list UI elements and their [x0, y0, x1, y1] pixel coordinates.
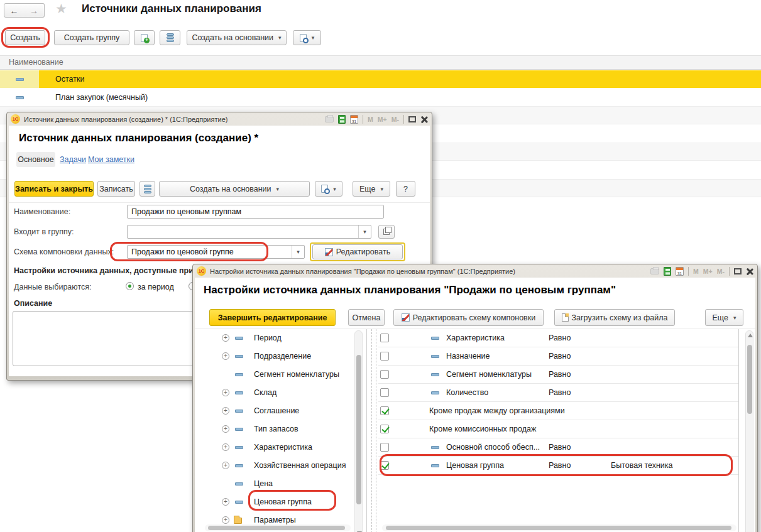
table-row[interactable]: План закупок (месячный)	[0, 89, 761, 107]
checkbox-checked[interactable]	[380, 425, 389, 433]
close-icon[interactable]	[746, 268, 753, 275]
filter-row[interactable]: Кроме продаж между организациями	[378, 402, 738, 420]
calendar-icon[interactable]: 31	[350, 115, 358, 124]
filter-row[interactable]: КоличествоРавно	[378, 384, 738, 402]
filters-vertical-scrollbar[interactable]	[745, 330, 753, 532]
schema-field[interactable]: Продажи по ценовой группе ▾	[127, 245, 305, 259]
filter-row[interactable]: Сегмент номенклатурыРавно	[378, 366, 738, 384]
tree-item[interactable]: +Подразделение	[200, 347, 366, 366]
checkbox-unchecked[interactable]	[380, 334, 389, 342]
memory-m-button[interactable]: M	[693, 268, 699, 275]
memory-m-plus-button[interactable]: M+	[378, 116, 387, 123]
reports-dropdown-button[interactable]: ▾	[315, 181, 342, 197]
filter-label: Основной способ обесп...	[446, 443, 540, 452]
calculator-icon[interactable]	[338, 115, 346, 124]
edit-wand-icon	[402, 313, 410, 322]
expand-icon[interactable]: +	[222, 443, 229, 451]
tree-horizontal-scrollbar[interactable]	[205, 524, 351, 531]
tree-vertical-scrollbar[interactable]	[354, 330, 363, 532]
add-from-file-button[interactable]: +	[134, 30, 155, 45]
filter-row[interactable]: Ценовая группаРавноБытовая техника	[378, 457, 738, 475]
more-button[interactable]: Еще▾	[353, 181, 390, 197]
tree-item[interactable]: +Склад	[200, 384, 366, 402]
filter-row[interactable]: НазначениеРавно	[378, 347, 738, 366]
checkbox-unchecked[interactable]	[380, 370, 389, 379]
tree-item[interactable]: Сегмент номенклатуры	[200, 366, 366, 384]
pane-splitter[interactable]	[371, 329, 376, 532]
maximize-icon[interactable]	[734, 268, 742, 274]
table-row[interactable]: Остатки	[0, 70, 761, 89]
nav-forward-button[interactable]: →	[24, 3, 45, 18]
create-button[interactable]: Создать	[5, 30, 45, 45]
filter-row[interactable]: ХарактеристикаРавно	[378, 329, 738, 347]
expand-icon[interactable]: +	[222, 352, 229, 360]
save-button[interactable]: Записать	[97, 181, 135, 197]
create-based-on-button[interactable]: Создать на основании▾	[159, 181, 310, 197]
finish-editing-button[interactable]: Завершить редактирование	[209, 309, 336, 326]
filter-value: Бытовая техника	[611, 461, 673, 470]
checkbox-checked[interactable]	[380, 406, 389, 415]
print-icon[interactable]	[650, 268, 659, 274]
group-field[interactable]: ▾	[127, 225, 371, 239]
print-icon[interactable]	[325, 116, 334, 122]
tab-my-notes[interactable]: Мои заметки	[88, 152, 134, 167]
tree-item[interactable]: +Период	[200, 329, 366, 347]
tree-item-label: Подразделение	[254, 352, 311, 361]
more-button[interactable]: Еще▾	[705, 309, 743, 326]
tree-item[interactable]: +Характеристика	[200, 438, 366, 457]
filter-row[interactable]: Кроме комиссионных продаж	[378, 420, 738, 438]
load-schema-from-file-button[interactable]: Загрузить схему из файла	[554, 309, 675, 326]
expand-icon[interactable]: +	[222, 389, 229, 396]
dropdown-arrow-icon: ▾	[733, 315, 736, 321]
maximize-icon[interactable]	[408, 116, 416, 122]
expand-icon[interactable]: +	[222, 334, 229, 342]
create-based-on-button[interactable]: Создать на основании▾	[187, 30, 287, 45]
calendar-icon[interactable]: 31	[676, 267, 684, 276]
tree-item-label: Ценовая группа	[254, 497, 312, 506]
table-header[interactable]: Наименование	[0, 55, 761, 70]
dialog1-titlebar[interactable]: 1С Источник данных планирования (создани…	[9, 112, 430, 126]
tree-item[interactable]: +Ценовая группа	[200, 493, 366, 511]
checkbox-unchecked[interactable]	[380, 352, 389, 361]
list-settings-button[interactable]	[160, 30, 180, 45]
filter-row[interactable]: Основной способ обесп...Равно	[378, 438, 738, 457]
checkbox-checked[interactable]	[380, 461, 389, 470]
edit-schema-button[interactable]: Редактировать	[312, 244, 403, 259]
dialog2-titlebar[interactable]: 1С Настройки источника данных планирован…	[195, 264, 755, 278]
filters-horizontal-scrollbar[interactable]	[382, 524, 736, 531]
name-field[interactable]: Продажи по ценовым группам	[127, 205, 384, 219]
tree-item[interactable]: +Хозяйственная операция	[200, 457, 366, 475]
memory-m-plus-button[interactable]: M+	[703, 268, 713, 275]
list-settings-button[interactable]	[140, 181, 155, 197]
radio-for-period[interactable]	[126, 282, 134, 290]
edit-composition-schema-button[interactable]: Редактировать схему компоновки	[393, 309, 544, 326]
cancel-button[interactable]: Отмена	[348, 309, 385, 326]
calculator-icon[interactable]	[664, 267, 671, 276]
chevron-down-icon[interactable]: ▾	[292, 246, 304, 258]
checkbox-unchecked[interactable]	[380, 388, 389, 397]
tree-item[interactable]: +Соглашение	[200, 402, 366, 420]
memory-m-button[interactable]: M	[368, 116, 373, 123]
create-group-button[interactable]: Создать группу	[54, 30, 129, 45]
memory-m-minus-button[interactable]: M-	[391, 116, 399, 123]
save-and-close-button[interactable]: Записать и закрыть	[14, 181, 94, 197]
reports-dropdown-button[interactable]: ▾	[293, 30, 321, 45]
expand-icon[interactable]: +	[222, 407, 229, 415]
tab-tasks[interactable]: Задачи	[60, 152, 86, 167]
open-group-button[interactable]	[378, 225, 395, 239]
dropdown-arrow-icon: ▾	[278, 35, 282, 41]
checkbox-unchecked[interactable]	[380, 443, 389, 452]
memory-m-minus-button[interactable]: M-	[717, 268, 725, 275]
expand-icon[interactable]: +	[222, 462, 229, 469]
tab-main[interactable]: Основное	[16, 152, 55, 167]
chevron-down-icon[interactable]: ▾	[358, 225, 371, 238]
tree-item[interactable]: +Тип запасов	[200, 420, 366, 438]
close-icon[interactable]	[420, 116, 428, 123]
expand-icon[interactable]: +	[222, 498, 229, 506]
nav-back-button[interactable]: ←	[4, 3, 25, 18]
expand-icon[interactable]: +	[222, 425, 229, 433]
favorite-star-icon[interactable]: ★	[55, 1, 67, 16]
tree-item[interactable]: Цена	[200, 475, 366, 493]
help-button[interactable]: ?	[396, 181, 415, 197]
expand-icon[interactable]: +	[222, 516, 229, 524]
